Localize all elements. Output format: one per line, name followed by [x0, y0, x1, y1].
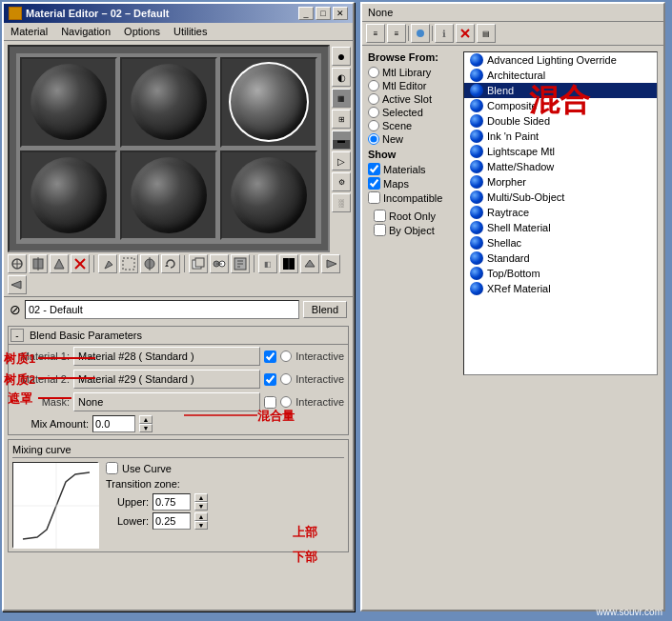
upper-spin-up[interactable]: ▲ — [194, 493, 208, 502]
mat-item-3[interactable]: Composite — [464, 98, 657, 113]
material1-interactive-radio[interactable] — [280, 351, 292, 362]
mix-amount-spinner[interactable]: ▲ ▼ — [139, 415, 153, 432]
use-curve-checkbox[interactable] — [106, 462, 118, 474]
mat-icon-6 — [470, 145, 483, 158]
mask-checkbox[interactable] — [264, 396, 276, 409]
browse-new-radio[interactable] — [368, 133, 379, 145]
menu-navigation[interactable]: Navigation — [58, 25, 113, 38]
options-btn[interactable]: ⚙ — [332, 172, 351, 191]
mat-item-10[interactable]: Raytrace — [464, 205, 657, 220]
mat-item-5[interactable]: Ink 'n Paint — [464, 129, 657, 144]
sample-type-btn[interactable]: ● — [332, 47, 351, 66]
maximize-button[interactable]: □ — [316, 7, 331, 20]
browser-toolbar-btn6[interactable]: ▤ — [477, 24, 496, 43]
close-button[interactable]: ✕ — [333, 7, 348, 20]
browse-library-radio[interactable] — [368, 67, 379, 78]
upper-input[interactable] — [153, 493, 191, 511]
spin-up-btn[interactable]: ▲ — [139, 415, 153, 424]
sphere-4[interactable] — [20, 150, 117, 241]
menu-material[interactable]: Material — [8, 25, 51, 38]
lower-spin-up[interactable]: ▲ — [194, 512, 208, 521]
browser-toolbar-btn4[interactable]: ℹ — [435, 24, 454, 43]
go-back-btn[interactable] — [8, 275, 27, 294]
by-object-btn[interactable]: ░ — [332, 193, 351, 212]
video-color-btn[interactable]: ▬ — [332, 130, 351, 150]
material2-button[interactable]: Material #29 ( Standard ) — [73, 370, 260, 389]
make-preview-btn[interactable]: ▷ — [332, 151, 351, 170]
upper-spin-down[interactable]: ▼ — [194, 502, 208, 511]
mat-item-8[interactable]: Morpher — [464, 174, 657, 190]
mat-item-13[interactable]: Standard — [464, 250, 657, 266]
show-incompatible-checkbox[interactable] — [368, 191, 380, 204]
put-to-library-btn[interactable] — [231, 254, 250, 273]
browser-toolbar-btn1[interactable]: ≡ — [366, 24, 385, 43]
show-materials-checkbox[interactable] — [368, 163, 380, 175]
curve-diagram[interactable] — [12, 462, 98, 548]
show-end-result-btn[interactable] — [279, 254, 298, 273]
mat-item-0[interactable]: Advanced Lighting Override — [464, 52, 657, 68]
material2-interactive-radio[interactable] — [280, 373, 292, 385]
menu-options[interactable]: Options — [121, 25, 163, 38]
browse-editor-radio[interactable] — [368, 80, 379, 91]
mat-item-9[interactable]: Multi/Sub-Object — [464, 190, 657, 205]
spin-down-btn[interactable]: ▼ — [139, 424, 153, 432]
mat-item-2[interactable]: Blend — [464, 83, 657, 98]
mat-item-6[interactable]: Lightscape Mtl — [464, 144, 657, 159]
material1-button[interactable]: Material #28 ( Standard ) — [73, 347, 260, 366]
mat-item-1[interactable]: Architectural — [464, 68, 657, 83]
unique-material-btn[interactable] — [210, 254, 229, 273]
assign-to-selection-btn[interactable] — [140, 254, 159, 273]
mask-button[interactable]: None — [73, 392, 260, 411]
select-by-material-btn[interactable] — [119, 254, 138, 273]
lower-spin-down[interactable]: ▼ — [194, 521, 208, 530]
show-map-in-viewport-btn[interactable]: ◧ — [258, 254, 277, 273]
sphere-6[interactable] — [220, 150, 317, 241]
menu-utilities[interactable]: Utilities — [171, 25, 210, 38]
mix-amount-input[interactable] — [92, 415, 135, 432]
mat-item-11[interactable]: Shell Material — [464, 220, 657, 235]
pick-material-btn[interactable] — [98, 254, 117, 273]
go-forward-btn[interactable] — [321, 254, 340, 273]
get-material-btn[interactable] — [8, 254, 27, 273]
collapse-params-btn[interactable]: - — [10, 329, 24, 342]
sphere-1[interactable] — [20, 57, 117, 148]
sample-uv-tiling-btn[interactable]: ⊞ — [332, 110, 351, 129]
reset-map-btn[interactable] — [161, 254, 180, 273]
put-to-scene-btn[interactable] — [50, 254, 69, 273]
mat-item-4[interactable]: Double Sided — [464, 113, 657, 129]
browse-selected-radio[interactable] — [368, 107, 379, 118]
lower-spinner[interactable]: ▲ ▼ — [194, 512, 208, 530]
by-object-checkbox[interactable] — [374, 224, 386, 236]
mat-item-14[interactable]: Top/Bottom — [464, 266, 657, 281]
mask-interactive-label: Interactive — [295, 396, 344, 408]
browse-active-radio[interactable] — [368, 93, 379, 105]
background-btn[interactable]: ▦ — [332, 89, 351, 108]
go-to-parent-btn[interactable] — [300, 254, 319, 273]
browse-scene-radio[interactable] — [368, 120, 379, 131]
show-maps-checkbox[interactable] — [368, 177, 380, 190]
mask-interactive-radio[interactable] — [280, 396, 292, 408]
backlight-btn[interactable]: ◐ — [332, 68, 351, 87]
root-only-checkbox[interactable] — [374, 210, 386, 222]
copy-material-btn[interactable] — [189, 254, 208, 273]
delete-material-btn[interactable] — [71, 254, 90, 273]
minimize-button[interactable]: _ — [298, 7, 314, 20]
sphere-5[interactable] — [120, 150, 217, 241]
lower-input[interactable] — [153, 512, 191, 530]
upper-spinner[interactable]: ▲ ▼ — [194, 493, 208, 511]
mat-item-12[interactable]: Shellac — [464, 235, 657, 250]
mat-item-15[interactable]: XRef Material — [464, 281, 657, 296]
material1-checkbox[interactable] — [264, 351, 276, 363]
sphere-3[interactable] — [220, 57, 317, 148]
materials-list[interactable]: Advanced Lighting Override Architectural… — [463, 51, 658, 375]
sphere-2[interactable] — [120, 57, 217, 148]
material2-checkbox[interactable] — [264, 373, 276, 386]
browse-new: New — [368, 133, 454, 145]
mat-item-7[interactable]: Matte/Shadow — [464, 159, 657, 174]
put-material-btn[interactable] — [29, 254, 48, 273]
browser-toolbar-btn5[interactable] — [456, 24, 475, 43]
blend-type-button[interactable]: Blend — [303, 301, 347, 318]
browser-toolbar-btn2[interactable]: ≡ — [387, 24, 406, 43]
material-name-input[interactable] — [25, 300, 299, 319]
browser-toolbar-btn3[interactable] — [411, 24, 430, 43]
